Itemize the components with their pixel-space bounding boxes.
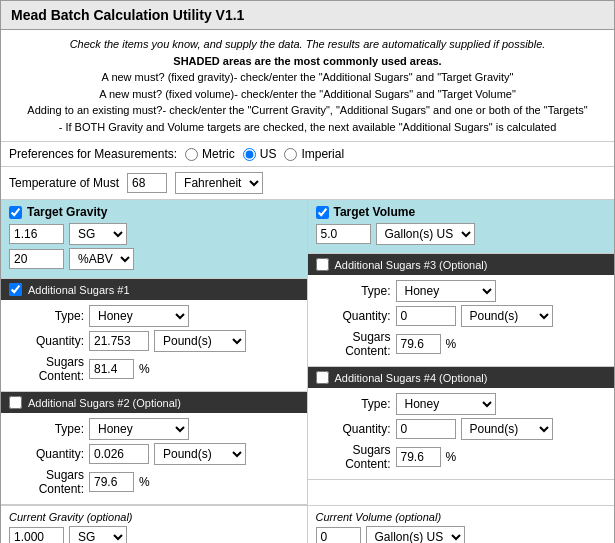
target-volume-input[interactable] [316, 224, 371, 244]
sugars-panel-1: Additional Sugars #1 Type: Honey Table S… [1, 279, 307, 392]
metric-radio-group: Metric [185, 147, 235, 161]
target-volume-unit-select[interactable]: Gallon(s) US Liter(s) [376, 223, 475, 245]
sugars-4-quantity-input[interactable] [396, 419, 456, 439]
sugars-3-type-label: Type: [316, 284, 391, 298]
temperature-row: Temperature of Must Fahrenheit Celsius [1, 167, 614, 200]
sugars-2-content: Type: Honey Table Sugar Brown Sugar Mapl… [1, 413, 307, 504]
target-abv-row: %ABV [9, 248, 299, 270]
target-gravity-input[interactable] [9, 224, 64, 244]
instruction-line3: A new must? (fixed gravity)- check/enter… [11, 69, 604, 86]
sugars-4-checkbox[interactable] [316, 371, 329, 384]
sugars-1-content-input[interactable] [89, 359, 134, 379]
sugars-2-quantity-input[interactable] [89, 444, 149, 464]
target-volume-label: Target Volume [334, 205, 416, 219]
sugars-1-type-row: Type: Honey Table Sugar Brown Sugar Mapl… [9, 305, 299, 327]
bottom-grid: Current Gravity (optional) SG Brix Plato… [1, 506, 614, 543]
target-gravity-checkbox[interactable] [9, 206, 22, 219]
sugars-1-type-select[interactable]: Honey Table Sugar Brown Sugar Maple Syru… [89, 305, 189, 327]
instruction-line4: A new must? (fixed volume)- check/enter … [11, 86, 604, 103]
instruction-line6: - If BOTH Gravity and Volume targets are… [11, 119, 604, 136]
target-abv-unit-select[interactable]: %ABV [69, 248, 134, 270]
sugars-1-percent-label: % [139, 362, 150, 376]
sugars-2-type-row: Type: Honey Table Sugar Brown Sugar Mapl… [9, 418, 299, 440]
sugars-1-quantity-unit-select[interactable]: Pound(s) Kilogram(s) Ounce(s) [154, 330, 246, 352]
current-volume-input[interactable] [316, 527, 361, 543]
sugars-3-type-select[interactable]: Honey Table Sugar Brown Sugar Maple Syru… [396, 280, 496, 302]
metric-radio[interactable] [185, 148, 198, 161]
sugars-3-quantity-label: Quantity: [316, 309, 391, 323]
us-radio[interactable] [243, 148, 256, 161]
sugars-2-type-select[interactable]: Honey Table Sugar Brown Sugar Maple Syru… [89, 418, 189, 440]
sugars-2-quantity-label: Quantity: [9, 447, 84, 461]
sugars-2-content-input[interactable] [89, 472, 134, 492]
target-volume-checkbox[interactable] [316, 206, 329, 219]
sugars-4-content-input[interactable] [396, 447, 441, 467]
target-volume-value-row: Gallon(s) US Liter(s) [316, 223, 607, 245]
sugars-3-content: Type: Honey Table Sugar Brown Sugar Mapl… [308, 275, 615, 366]
sugars-2-checkbox[interactable] [9, 396, 22, 409]
sugars-4-content-label: Sugars Content: [316, 443, 391, 471]
current-gravity-input[interactable] [9, 527, 64, 543]
current-volume-title: Current Volume (optional) [316, 511, 607, 523]
sugars-3-quantity-row: Quantity: Pound(s) Kilogram(s) Ounce(s) [316, 305, 607, 327]
sugars-3-content-input[interactable] [396, 334, 441, 354]
sugars-2-type-label: Type: [9, 422, 84, 436]
sugars-4-quantity-row: Quantity: Pound(s) Kilogram(s) Ounce(s) [316, 418, 607, 440]
sugars-3-type-row: Type: Honey Table Sugar Brown Sugar Mapl… [316, 280, 607, 302]
sugars-3-quantity-input[interactable] [396, 306, 456, 326]
imperial-radio[interactable] [284, 148, 297, 161]
sugars-header-4: Additional Sugars #4 (Optional) [308, 367, 615, 388]
sugars-2-quantity-row: Quantity: Pound(s) Kilogram(s) Ounce(s) [9, 443, 299, 465]
temp-input[interactable] [127, 173, 167, 193]
right-column: Target Volume Gallon(s) US Liter(s) Addi… [308, 200, 615, 505]
sugars-4-quantity-unit-select[interactable]: Pound(s) Kilogram(s) Ounce(s) [461, 418, 553, 440]
sugars-2-content-label: Sugars Content: [9, 468, 84, 496]
instruction-line1: Check the items you know, and supply the… [11, 36, 604, 53]
sugars-2-label: Additional Sugars #2 (Optional) [28, 397, 181, 409]
sugars-2-percent-label: % [139, 475, 150, 489]
sugars-1-content-row: Sugars Content: % [9, 355, 299, 383]
sugars-3-quantity-unit-select[interactable]: Pound(s) Kilogram(s) Ounce(s) [461, 305, 553, 327]
current-volume-unit-select[interactable]: Gallon(s) US Liter(s) [366, 526, 465, 543]
sugars-1-type-label: Type: [9, 309, 84, 323]
metric-label: Metric [202, 147, 235, 161]
target-gravity-label: Target Gravity [27, 205, 107, 219]
temp-unit-select[interactable]: Fahrenheit Celsius [175, 172, 263, 194]
sugars-4-content: Type: Honey Table Sugar Brown Sugar Mapl… [308, 388, 615, 479]
imperial-label: Imperial [301, 147, 344, 161]
sugars-1-checkbox[interactable] [9, 283, 22, 296]
left-column: Target Gravity SG Brix Plato %ABV [1, 200, 308, 505]
instructions: Check the items you know, and supply the… [1, 30, 614, 142]
temp-label: Temperature of Must [9, 176, 119, 190]
current-gravity-panel: Current Gravity (optional) SG Brix Plato [1, 506, 308, 543]
sugars-1-quantity-input[interactable] [89, 331, 149, 351]
target-gravity-panel: Target Gravity SG Brix Plato %ABV [1, 200, 307, 279]
sugars-header-2: Additional Sugars #2 (Optional) [1, 392, 307, 413]
current-volume-row: Gallon(s) US Liter(s) [316, 526, 607, 543]
sugars-4-type-row: Type: Honey Table Sugar Brown Sugar Mapl… [316, 393, 607, 415]
sugars-4-type-label: Type: [316, 397, 391, 411]
target-gravity-header: Target Gravity [9, 205, 299, 219]
app-container: Mead Batch Calculation Utility V1.1 Chec… [0, 0, 615, 543]
sugars-1-label: Additional Sugars #1 [28, 284, 130, 296]
sugars-3-checkbox[interactable] [316, 258, 329, 271]
current-volume-panel: Current Volume (optional) Gallon(s) US L… [308, 506, 615, 543]
sugars-2-quantity-unit-select[interactable]: Pound(s) Kilogram(s) Ounce(s) [154, 443, 246, 465]
target-gravity-unit-select[interactable]: SG Brix Plato [69, 223, 127, 245]
sugars-panel-3: Additional Sugars #3 (Optional) Type: Ho… [308, 254, 615, 367]
target-volume-panel: Target Volume Gallon(s) US Liter(s) [308, 200, 615, 254]
current-gravity-title: Current Gravity (optional) [9, 511, 299, 523]
target-abv-input[interactable] [9, 249, 64, 269]
sugars-1-content: Type: Honey Table Sugar Brown Sugar Mapl… [1, 300, 307, 391]
sugars-header-3: Additional Sugars #3 (Optional) [308, 254, 615, 275]
sugars-3-content-label: Sugars Content: [316, 330, 391, 358]
sugars-3-percent-label: % [446, 337, 457, 351]
instruction-line5: Adding to an existing must?- check/enter… [11, 102, 604, 119]
imperial-radio-group: Imperial [284, 147, 344, 161]
preferences-label: Preferences for Measurements: [9, 147, 177, 161]
current-gravity-unit-select[interactable]: SG Brix Plato [69, 526, 127, 543]
sugars-4-type-select[interactable]: Honey Table Sugar Brown Sugar Maple Syru… [396, 393, 496, 415]
sugars-4-quantity-label: Quantity: [316, 422, 391, 436]
sugars-1-quantity-label: Quantity: [9, 334, 84, 348]
sugars-1-quantity-row: Quantity: Pound(s) Kilogram(s) Ounce(s) [9, 330, 299, 352]
